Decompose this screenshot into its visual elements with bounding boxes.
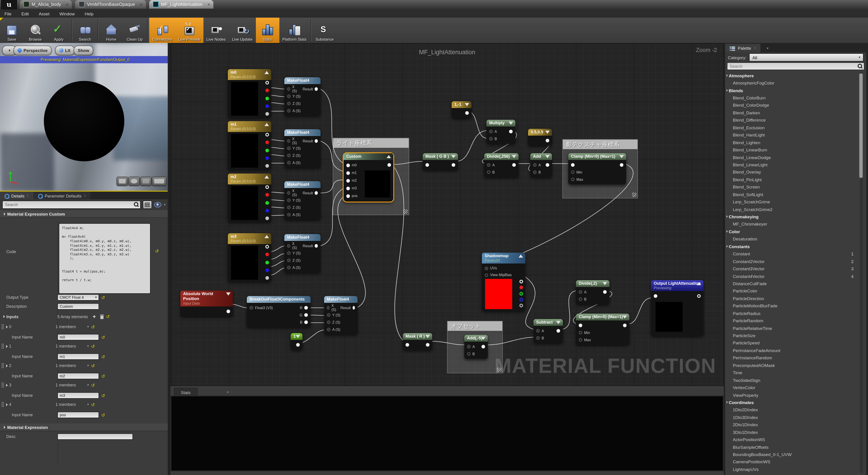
input-pin[interactable]	[579, 290, 582, 294]
node-subtract[interactable]: SubtractAB	[533, 319, 563, 343]
toolbar-live-update-button[interactable]: ↻Live Update	[229, 18, 256, 43]
palette-item-Blend_ColorDodge[interactable]: Blend_ColorDodge	[725, 102, 866, 109]
close-icon[interactable]: ×	[84, 194, 86, 198]
output-pin-eye[interactable]	[266, 133, 269, 136]
collapse-toggle-icon[interactable]	[545, 131, 550, 134]
palette-item-ParticleDirection[interactable]: ParticleDirection	[725, 295, 866, 302]
output-pin[interactable]	[315, 191, 318, 195]
input-pin[interactable]	[327, 328, 331, 331]
node-custom[interactable]: Customm0m1m2m3pos	[344, 153, 393, 201]
input-pin[interactable]	[489, 130, 493, 133]
collapse-toggle-icon[interactable]	[697, 282, 701, 285]
output-pin-grey[interactable]	[266, 276, 269, 280]
collapse-toggle-icon[interactable]	[265, 71, 269, 74]
output-pin-eye[interactable]	[266, 185, 269, 189]
input-pin[interactable]	[654, 294, 657, 298]
output-pin-grey[interactable]	[266, 164, 269, 168]
toolbar-live-nodes-button[interactable]: Live Nodes	[203, 18, 229, 43]
input-pin[interactable]	[287, 244, 290, 248]
input-pin[interactable]	[287, 102, 291, 105]
output-pin-greenring[interactable]	[520, 292, 523, 295]
details-search-input[interactable]: Search	[2, 201, 141, 209]
chevron-down-icon[interactable]: ▾	[767, 46, 769, 50]
input-pin[interactable]	[346, 171, 350, 175]
palette-item-Constant[interactable]: Constant1	[725, 250, 866, 258]
collapse-toggle-icon[interactable]	[556, 321, 561, 324]
input-pin[interactable]	[287, 258, 291, 262]
output-pin[interactable]	[465, 111, 469, 115]
input-pin[interactable]	[287, 154, 291, 157]
lit-button[interactable]: Lit	[55, 45, 74, 55]
output-pin[interactable]	[557, 329, 560, 332]
output-pin[interactable]	[512, 163, 516, 167]
palette-item-TwoSidedSign[interactable]: TwoSidedSign	[725, 377, 866, 384]
palette-item-AtmosphericFogColor[interactable]: AtmosphericFogColor	[725, 79, 866, 87]
input-pin[interactable]	[536, 329, 540, 332]
tab-palette[interactable]: Palette ×	[725, 44, 761, 53]
output-pin[interactable]	[315, 244, 318, 248]
input-pin[interactable]	[485, 273, 488, 277]
output-pin-blue[interactable]	[266, 209, 269, 213]
node-clamp-2[interactable]: Clamp (Min=0) (Max=1)MinMax	[576, 314, 629, 345]
input-pin[interactable]	[579, 331, 582, 335]
code-editor[interactable]: float4x4 m; m= float4x4( float4(m0.x, m0…	[59, 223, 151, 294]
node-breakoutfloat3components[interactable]: BreakOutFloat3ComponentsFloat3 (V3)RGB	[247, 296, 311, 327]
palette-item-ParticleMotionBlurFade[interactable]: ParticleMotionBlurFade	[725, 302, 866, 310]
node-makefloat4-2[interactable]: MakeFloat4X (S)ResultY (S)Z (S)A (S)	[284, 129, 320, 168]
output-pin[interactable]	[315, 87, 318, 91]
node-output-lightattenuation[interactable]: Output LightAttenuationPreviewing	[651, 280, 704, 336]
palette-item-ParticleRelativeTime[interactable]: ParticleRelativeTime	[725, 324, 866, 332]
input-pin[interactable]	[571, 178, 575, 181]
input-pin[interactable]	[467, 345, 471, 348]
input-pin[interactable]	[287, 161, 291, 164]
toolbar-connectors-button[interactable]: Connectors	[149, 18, 175, 43]
node-mask-r[interactable]: Mask ( R )	[403, 333, 432, 350]
node-makefloat4-5[interactable]: MakeFloat4X (S)ResultY (S)Z (S)A (S)	[324, 296, 358, 335]
tab-parameter-defaults[interactable]: Parameter Defaults×	[33, 192, 90, 200]
palette-item-Desaturation[interactable]: Desaturation	[725, 235, 866, 243]
palette-item-PerInstanceFadeAmount[interactable]: PerInstanceFadeAmount	[725, 347, 866, 354]
input-name-field[interactable]: m2	[57, 373, 99, 379]
input-pin[interactable]	[426, 163, 429, 167]
preview-viewport[interactable]: ▾ Perspective Lit Show Previewing: Mater…	[0, 43, 170, 191]
input-pin[interactable]	[579, 297, 582, 301]
output-pin-eye[interactable]	[520, 280, 523, 283]
node-makefloat4-4[interactable]: MakeFloat4X (S)ResultY (S)Z (S)A (S)	[284, 234, 320, 273]
input-pin[interactable]	[287, 87, 290, 91]
input-pin[interactable]	[346, 194, 350, 198]
palette-item-BoundingBoxBased_0-1_UVW[interactable]: BoundingBoxBased_0-1_UVW	[725, 451, 866, 458]
drag-handle-icon[interactable]	[1, 363, 4, 368]
asset-tab-MF_LightAttenuation[interactable]: MF_LightAttenuation×	[149, 0, 214, 8]
palette-item-Blend_LinearDodge[interactable]: Blend_LinearDodge	[725, 154, 866, 161]
input-pin[interactable]	[467, 352, 471, 356]
close-icon[interactable]: ×	[754, 46, 756, 50]
output-pin-red[interactable]	[266, 89, 269, 92]
palette-item-ParticleRadius[interactable]: ParticleRadius	[725, 310, 866, 317]
node-shadowmap[interactable]: ShadowmapParam2DUVsView MipBias	[482, 253, 525, 311]
output-pin-eye[interactable]	[266, 245, 269, 249]
palette-item-ActorPositionWS[interactable]: ActorPositionWS	[725, 436, 866, 443]
palette-item-ParticleSpeed[interactable]: ParticleSpeed	[725, 340, 866, 347]
output-pin[interactable]	[352, 306, 355, 310]
input-pin[interactable]	[579, 324, 582, 327]
output-pin-red[interactable]	[266, 141, 269, 145]
input-name-field[interactable]: pos	[57, 412, 99, 418]
output-pin-grey[interactable]	[266, 217, 269, 220]
collapse-toggle-icon[interactable]	[265, 176, 269, 179]
toolbar-live-preview-button[interactable]: ✓Live Preview	[175, 18, 203, 43]
input-pin[interactable]	[287, 213, 291, 217]
palette-item-Constant4Vector[interactable]: Constant4Vector4	[725, 273, 866, 280]
toolbar-search-button[interactable]: Search	[73, 18, 97, 43]
palette-item-ParticleColor[interactable]: ParticleColor	[725, 287, 866, 295]
output-pin[interactable]	[426, 343, 430, 347]
collapse-toggle-icon[interactable]	[622, 315, 627, 319]
palette-item-LightmapUVs[interactable]: LightmapUVs	[725, 466, 866, 473]
view-options-eye-icon[interactable]	[154, 202, 162, 208]
toolbar-substance-button[interactable]: SSubstance	[312, 18, 337, 43]
input-name-field[interactable]: m0	[57, 334, 99, 340]
palette-item-3Dto1DIndex[interactable]: 3Dto1DIndex	[725, 429, 866, 436]
input-pin[interactable]	[250, 306, 253, 310]
node-makefloat4-3[interactable]: MakeFloat4X (S)ResultY (S)Z (S)A (S)	[284, 181, 320, 220]
chevron-down-icon[interactable]: ▾	[87, 364, 89, 368]
viewport-tool-button[interactable]	[152, 177, 166, 186]
